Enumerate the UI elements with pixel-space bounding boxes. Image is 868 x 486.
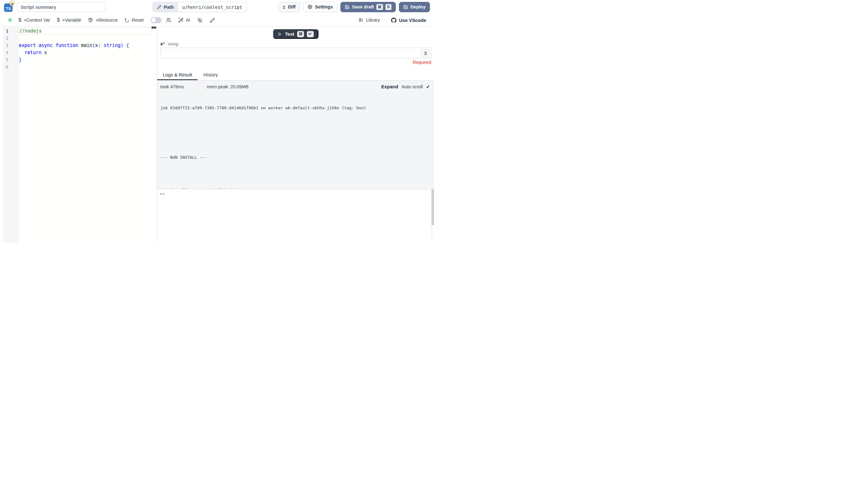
code-identifier: x: [95, 42, 104, 48]
code-keyword: function [55, 42, 81, 48]
assistant-off-button[interactable] [195, 18, 205, 23]
script-path-value[interactable]: u/henri/coolest_script [178, 2, 246, 12]
github-icon [391, 18, 396, 23]
script-path-control[interactable]: Path u/henri/coolest_script [153, 2, 247, 12]
insert-variable-button[interactable]: $ [421, 49, 430, 57]
ai-assistant-button[interactable]: AI [176, 18, 193, 23]
code-bracket: } [19, 57, 22, 63]
ai-label: AI [186, 18, 190, 23]
users-icon[interactable] [166, 18, 171, 23]
refresh-icon [125, 18, 129, 23]
argument-name: x [160, 41, 163, 47]
log-line [160, 138, 431, 144]
deploy-label: Deploy [410, 4, 426, 9]
format-code-button[interactable] [207, 18, 217, 23]
main-split: 1 //nodejs 2 3 export async function mai… [0, 26, 434, 243]
status-dot [8, 18, 12, 22]
argument-label: x * string [160, 41, 178, 47]
diff-mode-toggle[interactable] [151, 17, 162, 23]
add-resource-label: +Resource [95, 18, 118, 23]
play-icon [278, 32, 282, 36]
line-number: 1 [0, 28, 19, 35]
cmd-key: ⌘ [376, 4, 383, 10]
app: { "topbar": { "logo_text": "TS", "summar… [0, 0, 434, 243]
code-line: 4 return x [0, 49, 157, 56]
library-icon [359, 18, 364, 23]
log-line [160, 122, 431, 127]
s-key: S [385, 4, 392, 10]
reset-button[interactable]: Reset [122, 18, 146, 23]
result-value: "" [160, 192, 165, 197]
add-variable-button[interactable]: $ +Variable [55, 17, 84, 23]
test-label: Test [285, 31, 294, 37]
code-line: 1 //nodejs [0, 28, 157, 35]
topbar-actions: ± Diff Settings Save draft ⌘ S [278, 2, 430, 12]
code-keyword: export [19, 42, 38, 48]
line-number: 4 [0, 49, 19, 56]
log-header: took 479ms mem peak: 20.09MB Expand Auto… [157, 81, 434, 89]
line-number: 6 [0, 64, 19, 71]
argument-input[interactable]: $ [160, 48, 432, 59]
add-context-var-button[interactable]: $ +Context Var [16, 17, 53, 23]
code-identifier: main [81, 42, 92, 48]
dollar-icon: $ [424, 51, 427, 56]
enter-key: ↵ [307, 31, 314, 37]
log-panel: took 479ms mem peak: 20.09MB Expand Auto… [157, 81, 434, 189]
expand-button[interactable]: Expand [381, 84, 398, 89]
log-header-right: Expand Auto scroll ✔ [381, 84, 431, 89]
log-line: job 018d7f22-af89-7385-7780-d4146d1f96b1… [160, 105, 431, 111]
line-number: 3 [0, 42, 19, 49]
scrollbar-track[interactable] [431, 189, 434, 243]
code-comment: //nodejs [19, 28, 42, 34]
bun-mouth-icon [11, 4, 13, 5]
code-type: string [104, 42, 121, 48]
code-keyword: return [19, 50, 44, 55]
cmd-key: ⌘ [297, 31, 304, 37]
line-number: 2 [0, 35, 19, 42]
toolbar-right-group: Library Use VScode [355, 18, 430, 23]
check-icon[interactable]: ✔ [426, 84, 430, 89]
deploy-button[interactable]: Deploy [399, 2, 430, 12]
workspace-logo[interactable]: TS [4, 1, 14, 12]
add-variable-label: +Variable [62, 18, 82, 23]
settings-label: Settings [315, 4, 333, 9]
top-bar: TS Path u/henri/coolest_script ± Diff [0, 0, 434, 14]
save-draft-button[interactable]: Save draft ⌘ S [340, 2, 396, 12]
editor-scrollbar-thumb[interactable] [152, 27, 156, 29]
save-icon [403, 5, 408, 9]
argument-type: string [168, 42, 178, 47]
bun-logo-icon [9, 1, 15, 6]
add-resource-button[interactable]: +Resource [86, 18, 120, 23]
result-tabs: Logs & Result History [157, 69, 434, 81]
duration-text: took 479ms [160, 84, 207, 89]
run-panel: Test ⌘ ↵ x * string $ Required Logs & Re… [157, 27, 434, 243]
tab-logs-result[interactable]: Logs & Result [157, 69, 197, 80]
scrollbar-thumb[interactable] [432, 189, 434, 225]
library-button[interactable]: Library [356, 18, 382, 23]
magic-wand-icon [178, 18, 184, 23]
log-line [160, 171, 431, 177]
code-line: 3 export async function main(x: string) … [0, 42, 157, 49]
code-line: 6 [0, 64, 157, 71]
diff-button[interactable]: ± Diff [278, 2, 300, 12]
add-context-var-label: +Context Var [24, 18, 50, 23]
mem-peak-text: mem peak: 20.09MB [207, 84, 249, 89]
use-vscode-button[interactable]: Use VScode [389, 18, 429, 23]
gear-icon [308, 4, 312, 9]
edit-pencil-icon [157, 5, 161, 9]
library-label: Library [366, 18, 380, 23]
diff-label: Diff [288, 4, 296, 9]
script-summary-input[interactable] [17, 2, 105, 12]
path-label: Path [164, 4, 174, 10]
test-button[interactable]: Test ⌘ ↵ [273, 29, 318, 39]
autoscroll-label[interactable]: Auto scroll [402, 84, 423, 89]
settings-button[interactable]: Settings [303, 2, 337, 12]
code-editor[interactable]: 1 //nodejs 2 3 export async function mai… [0, 27, 157, 243]
package-icon [88, 18, 93, 23]
tab-history[interactable]: History [197, 69, 224, 80]
dollar-icon: $ [57, 17, 60, 23]
save-icon [345, 5, 349, 9]
required-star: * [163, 41, 165, 47]
code-bracket: ) [121, 42, 126, 48]
dollar-icon: $ [19, 17, 21, 23]
